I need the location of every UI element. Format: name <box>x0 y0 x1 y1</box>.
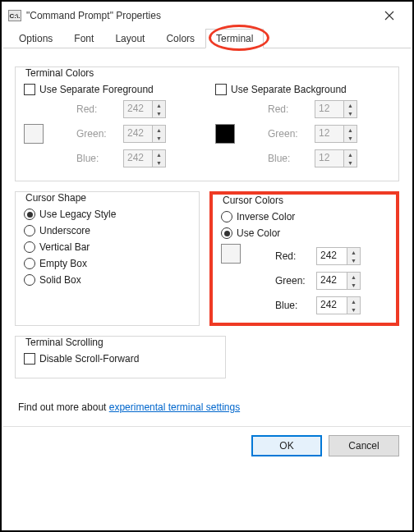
chevron-down-icon[interactable]: ▼ <box>153 158 165 167</box>
radio-label: Underscore <box>39 225 90 236</box>
tab-colors[interactable]: Colors <box>155 29 205 48</box>
link-prefix: Find out more about <box>18 401 109 413</box>
cancel-button[interactable]: Cancel <box>329 435 399 456</box>
fg-blue-label: Blue: <box>76 153 122 164</box>
checkbox-label: Use Separate Background <box>231 84 347 95</box>
group-title: Cursor Colors <box>219 195 287 206</box>
cursor-color-swatch[interactable] <box>221 244 241 264</box>
radio-inverse-color[interactable] <box>221 211 232 222</box>
radio-solid-box[interactable] <box>24 274 35 286</box>
chevron-down-icon[interactable]: ▼ <box>344 158 356 167</box>
cursor-red-spinner[interactable]: 242▲▼ <box>316 247 361 265</box>
chevron-down-icon[interactable]: ▼ <box>153 109 165 117</box>
checkbox-separate-foreground[interactable] <box>24 84 35 95</box>
radio-vertical-bar[interactable] <box>24 241 35 253</box>
radio-underscore[interactable] <box>24 225 35 236</box>
radio-label: Inverse Color <box>237 211 295 222</box>
chevron-down-icon[interactable]: ▼ <box>344 109 356 117</box>
radio-label: Vertical Bar <box>39 241 90 253</box>
chevron-up-icon[interactable]: ▲ <box>153 101 165 109</box>
bg-color-swatch[interactable] <box>215 124 235 144</box>
bg-red-label: Red: <box>268 103 313 115</box>
radio-label: Empty Box <box>39 258 87 269</box>
radio-label: Solid Box <box>39 274 81 286</box>
radio-use-color[interactable] <box>221 227 232 239</box>
radio-legacy-style[interactable] <box>24 209 35 220</box>
bg-red-spinner[interactable]: 12▲▼ <box>315 100 357 118</box>
chevron-up-icon[interactable]: ▲ <box>153 150 165 158</box>
fg-red-label: Red: <box>76 103 122 115</box>
bg-blue-spinner[interactable]: 12▲▼ <box>315 149 357 167</box>
fg-green-label: Green: <box>76 128 122 140</box>
bg-green-label: Green: <box>268 128 313 140</box>
window-title: "Command Prompt" Properties <box>26 10 373 21</box>
ok-button[interactable]: OK <box>251 435 322 456</box>
cursor-green-label: Green: <box>275 275 316 287</box>
group-terminal-colors: Terminal Colors Use Separate Foreground … <box>15 66 399 181</box>
cursor-red-label: Red: <box>275 250 316 262</box>
radio-label: Use Legacy Style <box>39 209 116 220</box>
checkbox-disable-scroll-forward[interactable] <box>24 353 35 365</box>
group-cursor-shape: Cursor Shape Use Legacy Style Underscore… <box>15 191 200 326</box>
group-title: Terminal Scrolling <box>22 337 107 348</box>
chevron-up-icon[interactable]: ▲ <box>347 248 360 256</box>
group-title: Terminal Colors <box>22 67 97 79</box>
chevron-up-icon[interactable]: ▲ <box>344 150 356 158</box>
chevron-up-icon[interactable]: ▲ <box>347 273 360 281</box>
fg-red-spinner[interactable]: 242▲▼ <box>123 100 166 118</box>
cursor-blue-spinner[interactable]: 242▲▼ <box>316 296 361 314</box>
chevron-down-icon[interactable]: ▼ <box>347 281 360 289</box>
tab-font[interactable]: Font <box>63 29 104 48</box>
experimental-settings-link[interactable]: experimental terminal settings <box>109 401 240 413</box>
app-icon: C:\. <box>8 10 21 21</box>
radio-label: Use Color <box>237 227 280 239</box>
checkbox-label: Use Separate Foreground <box>39 84 154 95</box>
checkbox-separate-background[interactable] <box>215 84 227 95</box>
chevron-down-icon[interactable]: ▼ <box>153 134 165 142</box>
fg-green-spinner[interactable]: 242▲▼ <box>123 125 166 143</box>
tab-options[interactable]: Options <box>8 29 63 48</box>
group-title: Cursor Shape <box>22 192 90 204</box>
cursor-blue-label: Blue: <box>275 300 316 311</box>
fg-blue-spinner[interactable]: 242▲▼ <box>123 149 166 167</box>
help-link-row: Find out more about experimental termina… <box>18 401 396 413</box>
close-icon <box>384 11 394 21</box>
chevron-down-icon[interactable]: ▼ <box>347 305 360 314</box>
chevron-up-icon[interactable]: ▲ <box>347 297 360 305</box>
radio-empty-box[interactable] <box>24 258 35 269</box>
fg-color-swatch[interactable] <box>24 124 44 144</box>
group-cursor-colors: Cursor Colors Inverse Color Use Color Re… <box>209 191 399 326</box>
bg-blue-label: Blue: <box>268 153 313 164</box>
chevron-down-icon[interactable]: ▼ <box>344 134 356 142</box>
tab-terminal[interactable]: Terminal <box>205 29 264 48</box>
chevron-up-icon[interactable]: ▲ <box>344 126 356 134</box>
chevron-up-icon[interactable]: ▲ <box>153 126 165 134</box>
chevron-up-icon[interactable]: ▲ <box>344 101 356 109</box>
tab-bar: Options Font Layout Colors Terminal <box>3 28 411 48</box>
checkbox-label: Disable Scroll-Forward <box>39 353 139 365</box>
tab-layout[interactable]: Layout <box>104 29 155 48</box>
bg-green-spinner[interactable]: 12▲▼ <box>315 125 357 143</box>
chevron-down-icon[interactable]: ▼ <box>347 256 360 264</box>
group-terminal-scrolling: Terminal Scrolling Disable Scroll-Forwar… <box>15 336 226 378</box>
cursor-green-spinner[interactable]: 242▲▼ <box>316 272 361 290</box>
close-button[interactable] <box>373 5 406 26</box>
